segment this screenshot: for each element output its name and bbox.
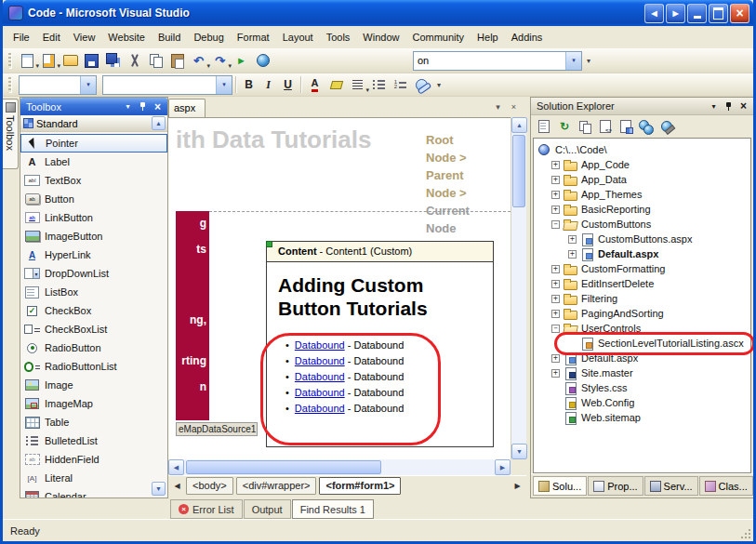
view-designer-icon[interactable]	[617, 117, 635, 136]
expand-collapse-glyph[interactable]	[551, 310, 560, 318]
expand-collapse-glyph[interactable]	[551, 325, 560, 333]
pin-icon[interactable]	[136, 100, 150, 113]
add-item-icon[interactable]	[38, 50, 60, 71]
toolbox-item[interactable]: TextBox	[20, 171, 167, 190]
bold-button[interactable]: B	[239, 75, 259, 94]
hyperlink-icon[interactable]	[411, 74, 432, 95]
save-all-icon[interactable]	[102, 50, 124, 71]
tag-navigator-item[interactable]: <form#form1>	[319, 477, 401, 495]
nav-link-fragment[interactable]: ng,	[190, 313, 206, 326]
databound-link[interactable]: Databound	[295, 403, 345, 414]
close-icon[interactable]	[730, 4, 749, 23]
view-code-icon[interactable]	[596, 117, 615, 136]
toolbox-item[interactable]: LinkButton	[20, 208, 167, 227]
tree-item[interactable]: Styles.css	[534, 380, 750, 395]
toolbox-item[interactable]: Pointer	[20, 134, 167, 153]
sitemap-node[interactable]: Parent	[426, 166, 470, 184]
save-icon[interactable]	[81, 50, 102, 71]
toolbox-item[interactable]: ListBox	[20, 283, 167, 301]
minimize-icon[interactable]	[687, 4, 707, 23]
design-surface[interactable]: ith Data Tutorials RootNode >ParentNode …	[168, 117, 511, 459]
toolbox-item[interactable]: ImageMap	[20, 394, 167, 413]
aspnet-configuration-icon[interactable]	[657, 117, 676, 136]
expand-collapse-glyph[interactable]	[551, 206, 560, 214]
new-project-icon[interactable]	[17, 50, 38, 71]
web-browser-icon[interactable]	[252, 50, 273, 71]
expand-collapse-glyph[interactable]	[568, 235, 577, 244]
tree-item[interactable]: Filtering	[534, 291, 750, 306]
panel-tab[interactable]: Solu...	[533, 476, 587, 496]
panel-tab[interactable]: Find Results 1	[292, 499, 374, 519]
expand-collapse-glyph[interactable]	[568, 250, 577, 259]
italic-button[interactable]: I	[259, 75, 278, 94]
expand-collapse-glyph[interactable]	[551, 220, 560, 229]
menu-item[interactable]: Help	[471, 28, 505, 46]
expand-collapse-glyph[interactable]	[551, 295, 560, 303]
start-debug-icon[interactable]	[231, 50, 252, 71]
tree-item[interactable]: CustomButtons.aspx	[534, 232, 750, 246]
pin-icon[interactable]	[722, 100, 736, 113]
chevron-down-icon[interactable]: ▾	[80, 76, 96, 94]
copy-icon[interactable]	[145, 50, 166, 71]
expand-collapse-glyph[interactable]	[551, 161, 560, 169]
toolbox-item[interactable]: DropDownList	[20, 264, 167, 283]
numbered-list-icon[interactable]	[390, 74, 411, 95]
tab-list-icon[interactable]: ▾	[491, 100, 505, 113]
tag-navigator-item[interactable]: <body>	[186, 477, 233, 495]
databound-link[interactable]: Databound	[295, 355, 345, 366]
databound-link[interactable]: Databound	[295, 387, 345, 398]
menu-item[interactable]: Website	[101, 28, 152, 46]
scroll-up-icon[interactable]	[511, 117, 527, 133]
copy-web-site-icon[interactable]	[637, 117, 656, 136]
toolbox-item[interactable]: Calendar	[20, 487, 167, 498]
toolbox-item[interactable]: ImageButton	[20, 227, 167, 245]
expand-collapse-glyph[interactable]	[551, 280, 560, 288]
tree-item[interactable]: PagingAndSorting	[534, 306, 750, 321]
toolbox-vertical-tab[interactable]: Toolbox	[3, 99, 19, 169]
tree-item[interactable]: Web.sitemap	[534, 410, 750, 425]
nav-link-fragment[interactable]: rting	[181, 354, 206, 367]
sitemap-node[interactable]: Root	[426, 131, 470, 149]
menu-item[interactable]: Build	[152, 28, 187, 46]
toolbox-item[interactable]: Literal	[20, 469, 167, 487]
title-bar[interactable]: Code - Microsoft Visual Studio	[3, 0, 753, 26]
sitemap-node[interactable]: Node	[426, 219, 470, 237]
toolbar-grip[interactable]	[8, 77, 11, 92]
menu-item[interactable]: File	[7, 28, 36, 46]
close-icon[interactable]	[151, 100, 165, 113]
databound-link[interactable]: Databound	[295, 339, 345, 351]
menu-item[interactable]: Debug	[187, 28, 230, 46]
tree-item[interactable]: App_Themes	[534, 187, 750, 202]
underline-button[interactable]: U	[278, 75, 298, 94]
redo-icon[interactable]	[209, 50, 231, 71]
forward-icon[interactable]	[666, 4, 685, 23]
close-icon[interactable]: ×	[507, 100, 521, 113]
tree-item[interactable]: Web.Config	[534, 395, 750, 410]
toolbar-combobox[interactable]: on ▾	[413, 51, 582, 71]
tree-item[interactable]: App_Code	[534, 157, 750, 172]
menu-item[interactable]: Window	[356, 28, 405, 46]
toolbox-item[interactable]: HyperLink	[20, 245, 167, 264]
chevron-down-icon[interactable]: ▾	[565, 52, 581, 70]
scroll-down-icon[interactable]: ▼	[152, 482, 166, 496]
scrollbar-thumb[interactable]	[512, 135, 525, 207]
menu-item[interactable]: Edit	[36, 28, 67, 46]
tree-item[interactable]: CustomButtons	[534, 217, 750, 232]
panel-tab[interactable]: Output	[244, 499, 291, 519]
toolbar-grip[interactable]	[8, 53, 11, 68]
menu-item[interactable]: Layout	[276, 28, 320, 46]
expand-collapse-glyph[interactable]	[551, 369, 560, 378]
scroll-left-icon[interactable]	[168, 459, 184, 475]
solution-explorer-header[interactable]: Solution Explorer	[531, 98, 753, 115]
panel-tab[interactable]: Serv...	[644, 476, 698, 496]
toolbox-item[interactable]: Table	[20, 413, 167, 431]
nav-link-fragment[interactable]: g	[200, 217, 206, 230]
back-icon[interactable]	[644, 4, 664, 23]
font-combobox[interactable]: ▾	[102, 75, 232, 95]
expand-collapse-glyph[interactable]	[551, 191, 560, 199]
sitemap-node[interactable]: Node >	[426, 149, 470, 166]
tree-item[interactable]: BasicReporting	[534, 202, 750, 217]
scroll-up-icon[interactable]: ▲	[152, 116, 166, 130]
menu-item[interactable]: View	[67, 28, 102, 46]
databound-link[interactable]: Databound	[295, 371, 345, 382]
